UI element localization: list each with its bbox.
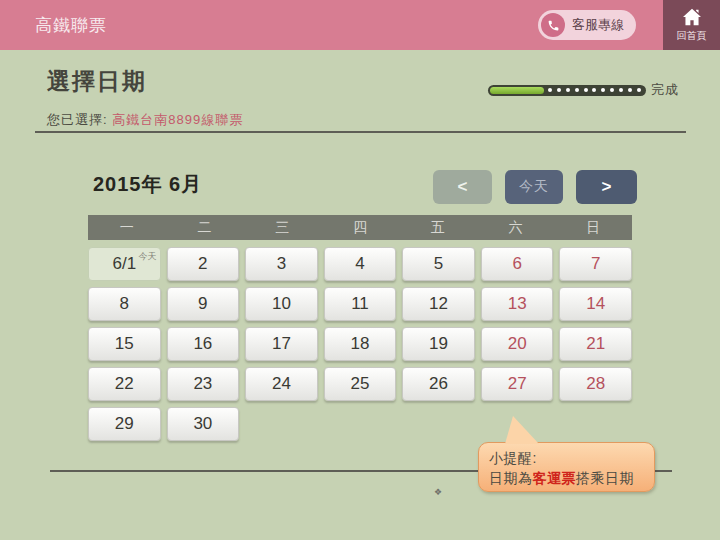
month-title: 2015年 6月	[93, 171, 202, 198]
calendar-day-cell[interactable]: 27	[481, 367, 554, 401]
tooltip-emphasis: 客運票	[533, 470, 577, 486]
weekday-label: 六	[477, 215, 555, 240]
calendar-day-grid: 6/1今天23456789101112131415161718192021222…	[88, 247, 632, 441]
home-icon	[682, 8, 702, 26]
calendar-day-cell[interactable]: 24	[245, 367, 318, 401]
home-button[interactable]: 回首頁	[663, 0, 720, 50]
calendar-day-cell[interactable]: 19	[402, 327, 475, 361]
calendar-day-cell[interactable]: 2	[167, 247, 240, 281]
page-title: 選擇日期	[47, 66, 147, 97]
calendar-day-cell[interactable]: 13	[481, 287, 554, 321]
calendar-day-cell[interactable]: 22	[88, 367, 161, 401]
progress-steps	[548, 88, 641, 92]
progress-dot	[637, 88, 641, 92]
decor-diamond-icon: ❖	[434, 487, 442, 497]
progress-dot	[548, 88, 552, 92]
selection-value: 高鐵台南8899線聯票	[112, 112, 243, 127]
weekday-label: 四	[321, 215, 399, 240]
app-title: 高鐵聯票	[35, 14, 107, 37]
progress-track	[488, 85, 646, 96]
weekday-label: 日	[554, 215, 632, 240]
progress-dot	[557, 88, 561, 92]
tooltip-pointer	[505, 416, 539, 444]
progress-dot	[592, 88, 596, 92]
calendar-day-cell[interactable]: 12	[402, 287, 475, 321]
calendar: 2015年 6月 < 今天 > 一二三四五六日 6/1今天23456789101…	[88, 165, 632, 441]
tooltip-line1: 小提醒:	[489, 448, 644, 468]
calendar-day-cell[interactable]: 11	[324, 287, 397, 321]
calendar-day-cell[interactable]: 26	[402, 367, 475, 401]
calendar-day-cell[interactable]: 14	[559, 287, 632, 321]
top-divider	[35, 131, 686, 133]
calendar-day-cell[interactable]: 20	[481, 327, 554, 361]
weekday-header-row: 一二三四五六日	[88, 215, 632, 240]
calendar-day-cell[interactable]: 30	[167, 407, 240, 441]
calendar-day-cell[interactable]: 8	[88, 287, 161, 321]
today-badge: 今天	[139, 250, 157, 263]
calendar-day-cell[interactable]: 6	[481, 247, 554, 281]
prev-month-button[interactable]: <	[433, 170, 492, 204]
calendar-day-cell[interactable]: 23	[167, 367, 240, 401]
next-month-button[interactable]: >	[576, 170, 637, 204]
progress-dot	[610, 88, 614, 92]
calendar-day-cell[interactable]: 9	[167, 287, 240, 321]
phone-icon	[541, 13, 565, 37]
calendar-day-cell[interactable]: 25	[324, 367, 397, 401]
progress-dot	[601, 88, 605, 92]
progress-dot	[584, 88, 588, 92]
calendar-day-cell[interactable]: 28	[559, 367, 632, 401]
calendar-day-cell[interactable]: 21	[559, 327, 632, 361]
progress-indicator: 完成	[488, 81, 679, 99]
progress-dot	[628, 88, 632, 92]
progress-dot	[566, 88, 570, 92]
progress-dot	[619, 88, 623, 92]
header-bar: 高鐵聯票 客服專線 回首頁	[0, 0, 720, 50]
progress-dot	[575, 88, 579, 92]
service-hotline-label: 客服專線	[572, 16, 624, 34]
calendar-day-cell[interactable]: 17	[245, 327, 318, 361]
calendar-day-cell[interactable]: 3	[245, 247, 318, 281]
weekday-label: 一	[88, 215, 166, 240]
reminder-tooltip: 小提醒: 日期為客運票搭乘日期	[478, 442, 655, 492]
calendar-header: 2015年 6月 < 今天 >	[88, 165, 632, 215]
service-hotline-button[interactable]: 客服專線	[538, 10, 636, 40]
calendar-day-cell[interactable]: 10	[245, 287, 318, 321]
selection-prefix: 您已選擇:	[47, 112, 108, 127]
calendar-day-cell[interactable]: 7	[559, 247, 632, 281]
progress-fill	[490, 87, 544, 94]
calendar-day-cell[interactable]: 18	[324, 327, 397, 361]
calendar-day-cell[interactable]: 4	[324, 247, 397, 281]
weekday-label: 二	[166, 215, 244, 240]
calendar-day-today[interactable]: 6/1今天	[88, 247, 161, 281]
progress-label: 完成	[651, 81, 679, 99]
calendar-day-cell[interactable]: 16	[167, 327, 240, 361]
calendar-day-cell[interactable]: 15	[88, 327, 161, 361]
weekday-label: 三	[243, 215, 321, 240]
home-button-label: 回首頁	[677, 29, 707, 43]
today-button[interactable]: 今天	[505, 170, 563, 204]
tooltip-line2: 日期為客運票搭乘日期	[489, 468, 644, 488]
calendar-day-cell[interactable]: 29	[88, 407, 161, 441]
selection-summary: 您已選擇: 高鐵台南8899線聯票	[47, 111, 243, 129]
calendar-day-cell[interactable]: 5	[402, 247, 475, 281]
weekday-label: 五	[399, 215, 477, 240]
